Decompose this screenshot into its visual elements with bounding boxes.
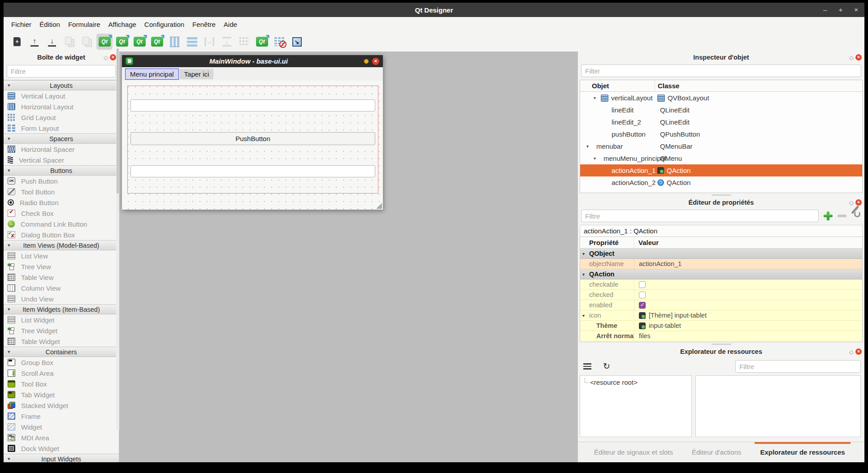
adjust-size-icon[interactable] xyxy=(289,34,305,50)
widget-box-row[interactable]: List View xyxy=(4,250,119,261)
widget-box-row[interactable]: Dock Widget xyxy=(4,443,119,454)
widget-box-row[interactable]: Grid Layout xyxy=(4,112,119,123)
widget-box-row[interactable]: Item Widgets (Item-Based) xyxy=(4,304,119,314)
layout-grid-icon[interactable] xyxy=(236,34,252,50)
widget-box-row[interactable]: Form Layout xyxy=(4,123,119,133)
inspector-tree-row[interactable]: pushButton QPushButton xyxy=(580,128,862,140)
widget-box-row[interactable]: MDI Area xyxy=(4,432,119,443)
widget-box-row[interactable]: Tree Widget xyxy=(4,325,119,336)
close-dock-icon[interactable]: × xyxy=(110,54,116,60)
widget-box-row[interactable]: Horizontal Spacer xyxy=(4,144,119,155)
expand-arrow-icon[interactable]: ▾ xyxy=(594,156,601,161)
widget-box-row[interactable]: Tool Button xyxy=(4,186,119,197)
tab-signal-slot-editor[interactable]: Éditeur de signaux et slots xyxy=(593,442,674,462)
property-group-qobject[interactable]: ▾ QObject xyxy=(580,249,862,259)
tab-action-editor[interactable]: Éditeur d'actions xyxy=(691,442,742,462)
property-row-enabled[interactable]: enabled xyxy=(580,300,862,310)
maximize-icon[interactable]: + xyxy=(838,3,842,17)
expand-arrow-icon[interactable]: ▾ xyxy=(582,251,585,256)
paste-icon[interactable] xyxy=(79,34,95,50)
form-window-titlebar[interactable]: MainWindow - base-ui.ui × xyxy=(122,55,383,67)
save-form-icon[interactable] xyxy=(44,34,60,50)
checkable-checkbox[interactable] xyxy=(639,281,646,288)
property-row-normal-off[interactable]: Arrêt normal files xyxy=(580,331,862,341)
dock-splitter[interactable] xyxy=(578,342,864,346)
property-row-icon[interactable]: ▾ icon [Thème] input-tablet xyxy=(580,310,862,321)
expand-arrow-icon[interactable]: ▾ xyxy=(582,272,585,277)
widget-box-row[interactable]: Containers xyxy=(4,347,119,357)
close-icon[interactable]: × xyxy=(854,3,858,17)
widget-box-row[interactable]: Buttons xyxy=(4,165,119,176)
widget-box-row[interactable]: Command Link Button xyxy=(4,219,119,229)
widget-box-row[interactable]: Table Widget xyxy=(4,336,119,347)
widget-box-row[interactable]: List Widget xyxy=(4,314,119,325)
widget-box-scrollbar[interactable] xyxy=(116,48,119,430)
widget-box-row[interactable]: Scroll Area xyxy=(4,368,119,378)
widget-box-row[interactable]: Radio Button xyxy=(4,197,119,208)
expand-arrow-icon[interactable]: ▾ xyxy=(582,313,585,318)
menu-item[interactable]: Fichier xyxy=(7,19,35,30)
float-dock-icon[interactable]: ◇ xyxy=(849,55,854,60)
widget-box-row[interactable]: Undo View xyxy=(4,293,119,304)
widget-box-row[interactable]: Vertical Layout xyxy=(4,90,119,101)
line-edit-2-widget[interactable] xyxy=(130,165,375,177)
layout-horizontal-splitter-icon[interactable] xyxy=(201,34,217,50)
inspector-tree-row[interactable]: actionAction_1 QAction xyxy=(580,164,862,176)
float-dock-icon[interactable]: ◇ xyxy=(849,349,854,355)
property-row-theme[interactable]: Thème input-tablet xyxy=(580,321,862,331)
widget-box-row[interactable]: Group Box xyxy=(4,357,119,368)
menu-item[interactable]: Édition xyxy=(35,19,64,30)
layout-horizontal-icon[interactable] xyxy=(166,34,182,50)
widget-box-row[interactable]: Dialog Button Box xyxy=(4,229,119,240)
copy-icon[interactable] xyxy=(61,34,78,50)
inspector-tree-row[interactable]: ▾ menuMenu_principal QMenu xyxy=(580,152,862,164)
property-row-objectname[interactable]: objectName actionAction_1 xyxy=(580,259,862,269)
remove-dynamic-property-icon[interactable] xyxy=(838,215,846,217)
widget-box-row[interactable]: Frame xyxy=(4,411,119,421)
tab-resource-browser[interactable]: Explorateur de ressources xyxy=(759,442,846,462)
widget-box-row[interactable]: Vertical Spacer xyxy=(4,155,119,165)
edit-tab-order-icon[interactable] xyxy=(149,34,165,50)
widget-box-filter-input[interactable] xyxy=(7,65,116,77)
resource-filter-input[interactable] xyxy=(735,360,861,373)
checked-checkbox[interactable] xyxy=(639,292,646,298)
widget-box-row[interactable]: Widget xyxy=(4,421,119,432)
scrollbar-thumb[interactable] xyxy=(117,48,119,194)
edit-resources-icon[interactable] xyxy=(583,363,591,370)
expand-arrow-icon[interactable]: ▾ xyxy=(594,95,601,100)
property-row-checked[interactable]: checked xyxy=(580,290,862,300)
widget-box-row[interactable]: Item Views (Model-Based) xyxy=(4,240,119,250)
layout-vertical-splitter-icon[interactable] xyxy=(219,34,235,50)
float-dock-icon[interactable]: ◇ xyxy=(849,200,854,206)
widget-box-row[interactable]: Stacked Widget xyxy=(4,400,119,411)
widget-box-row[interactable]: Check Box xyxy=(4,208,119,219)
menu-item[interactable]: Affichage xyxy=(104,19,140,30)
widget-box-row[interactable]: Spacers xyxy=(4,133,119,144)
inspector-tree-row[interactable]: ▾ menubar QMenuBar xyxy=(580,140,862,152)
form-body[interactable]: PushButton xyxy=(122,81,383,210)
close-dock-icon[interactable]: × xyxy=(855,199,862,206)
menu-item[interactable]: Aide xyxy=(220,19,241,30)
widget-box-row[interactable]: Table View xyxy=(4,272,119,283)
inspector-tree-row[interactable]: actionAction_2 QAction xyxy=(580,176,862,189)
line-edit-widget[interactable] xyxy=(130,99,375,112)
close-dock-icon[interactable]: × xyxy=(855,348,862,355)
float-dock-icon[interactable]: ◇ xyxy=(104,55,108,60)
property-filter-input[interactable] xyxy=(581,210,819,222)
edit-widgets-icon[interactable] xyxy=(96,34,113,50)
open-form-icon[interactable] xyxy=(26,34,43,50)
form-close-icon[interactable]: × xyxy=(372,58,379,65)
add-dynamic-property-icon[interactable] xyxy=(823,211,833,221)
reload-icon[interactable]: ↻ xyxy=(603,362,610,370)
resource-root-item[interactable]: <resource root> xyxy=(583,378,691,386)
layout-vertical-icon[interactable] xyxy=(184,34,200,50)
object-inspector-filter-input[interactable] xyxy=(581,64,861,77)
enabled-checkbox[interactable] xyxy=(639,302,646,309)
widget-box-row[interactable]: Horizontal Layout xyxy=(4,101,119,112)
widget-box-row[interactable]: Push Button xyxy=(4,176,119,186)
widget-box-row[interactable]: Tool Box xyxy=(4,378,119,389)
titlebar[interactable]: Qt Designer – + × xyxy=(4,3,864,17)
widget-box-row[interactable]: Input Widgets xyxy=(4,454,119,462)
widget-box-row[interactable]: Layouts xyxy=(4,80,119,90)
layout-form-icon[interactable] xyxy=(254,34,270,50)
